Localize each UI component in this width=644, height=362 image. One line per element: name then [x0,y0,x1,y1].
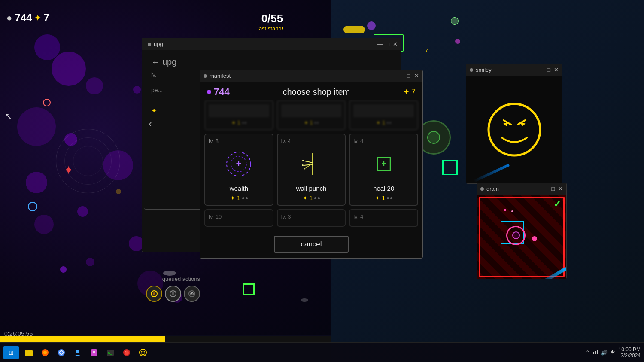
drain-maximize-btn[interactable]: □ [551,186,555,192]
manifest-title: manifest [210,73,231,79]
taskbar-icon-smiley[interactable] [135,346,151,359]
drain-checkmark: ✓ [553,198,561,210]
smiley-title-dot [470,68,473,72]
queued-icons-list [146,286,200,302]
back-button[interactable]: ← upg [151,57,176,67]
drain-content: ✓ [477,195,566,279]
heal-cost: ✦ 1 [375,195,392,201]
tray-network [592,349,598,356]
score-value: 0/55 [258,12,283,25]
drain-title-dot [480,187,484,191]
taskbar-icon-terminal[interactable]: $_ [103,346,118,359]
taskbar-icon-firefox[interactable] [37,346,53,359]
manifest-restore-btn[interactable]: □ [407,73,410,79]
upgrade-minimize-btn[interactable]: — [377,41,383,47]
wall-punch-icon [294,147,328,181]
taskbar-icon-people[interactable] [70,346,85,359]
drain-minimize-btn[interactable]: — [542,186,548,192]
wealth-name: wealth [230,185,248,192]
wall-punch-cost: ✦ 1 [303,195,320,201]
wealth-icon: + [222,147,256,181]
drain-close-btn[interactable]: ✕ [558,186,563,192]
svg-point-36 [141,351,143,352]
wall-punch-level: lv. 4 [281,138,291,144]
smiley-title: smiley [476,67,492,73]
shop-row-top: ✦1 ✦1 [204,100,418,130]
smiley-minimize-btn[interactable]: — [538,67,544,73]
wall-punch-cost-star: ✦ [303,195,308,201]
cancel-button[interactable]: cancel [274,236,348,253]
tray-chevron[interactable]: ⌃ [586,350,590,356]
svg-text:$_: $_ [108,351,112,355]
svg-point-16 [304,168,305,170]
progress-bar-fill [0,336,165,342]
drain-titlebar: drain — □ ✕ [477,183,566,195]
upgrade-window-title: upg [154,41,163,47]
svg-point-15 [302,164,304,166]
smiley-close-btn[interactable]: ✕ [554,67,559,73]
shop-items-body: ✦1 ✦1 [200,100,422,232]
score-subtitle: last stand! [258,25,283,32]
drain-red-frame [479,197,565,277]
queued-icon-2[interactable] [184,286,200,302]
taskbar-icon-book[interactable] [86,346,102,359]
wealth-cost: ✦ 1 [230,195,248,201]
manifest-modal: manifest — □ ✕ 744 choose shop item ✦ 7 … [200,70,423,259]
wealth-cost-star: ✦ [230,195,235,201]
svg-point-6 [191,293,193,295]
upgrade-close-btn[interactable]: ✕ [393,41,398,47]
heal-icon: + [367,147,401,181]
svg-text:+: + [381,159,386,168]
manifest-titlebar: manifest — □ ✕ [200,70,422,82]
smiley-window: smiley — □ ✕ [466,64,562,184]
svg-point-23 [43,351,47,354]
modal-coins-display: 744 [207,86,230,97]
shop-item-bottom-2[interactable]: lv. 4 [349,209,418,227]
svg-point-1 [153,292,155,295]
shop-item-heal[interactable]: lv. 4 + heal 20 ✦ 1 [349,134,418,206]
manifest-minimize-btn[interactable]: — [397,73,402,79]
taskbar-icon-red-app[interactable]: 🔴 [119,346,134,359]
svg-point-37 [144,351,145,352]
shop-item-top-2[interactable]: ✦1 [349,100,418,130]
star-count: 7 [43,12,49,24]
shop-item-wall-punch[interactable]: lv. 4 wall punch [277,134,346,206]
shop-item-top-1[interactable]: ✦1 [277,100,346,130]
wall-punch-cost-value: 1 [310,195,313,201]
prev-arrow[interactable]: ‹ [149,118,152,130]
svg-rect-38 [593,352,594,354]
heal-level: lv. 4 [353,138,363,144]
queued-icon-0[interactable] [146,286,162,302]
svg-point-26 [60,351,63,354]
progress-bar-area [0,336,331,342]
taskbar-clock: 10:00 PM 2/2/2024 [619,347,641,359]
shop-item-wealth[interactable]: lv. 8 + wealth ✦ 1 [204,134,273,206]
manifest-close-btn[interactable]: ✕ [414,73,419,79]
smiley-content [466,76,562,183]
clock-time: 10:00 PM [619,347,641,353]
svg-rect-21 [25,350,28,351]
manifest-footer: cancel [200,232,422,258]
upgrade-maximize-btn[interactable]: □ [386,41,389,47]
tray-volume-icon[interactable]: 🔊 [601,350,608,356]
shop-item-bottom-1[interactable]: lv. 3 [277,209,346,227]
drain-title: drain [486,186,499,192]
shop-row-bottom: lv. 10 lv. 3 lv. 4 [204,209,418,227]
shop-item-top-0[interactable]: ✦1 [204,100,273,130]
smiley-titlebar: smiley — □ ✕ [466,64,562,76]
svg-point-14 [302,160,304,161]
taskbar-icon-folder[interactable] [21,346,36,359]
smiley-maximize-btn[interactable]: □ [547,67,550,73]
svg-line-11 [305,161,313,163]
wall-punch-name: wall punch [296,185,327,192]
neon-square-decoration [442,160,458,175]
heal-name: heal 20 [373,185,394,192]
drain-window: drain — □ ✕ ✓ [477,183,567,279]
queued-icon-1[interactable] [165,286,181,302]
shop-item-bottom-0[interactable]: lv. 10 [204,209,273,227]
modal-coin-value: 744 [214,86,230,97]
start-button[interactable]: ⊞ [3,346,19,359]
queued-actions-area: queued actions [146,276,200,302]
star-icon: ✦ [34,13,41,23]
taskbar-icon-chrome[interactable] [54,346,69,359]
